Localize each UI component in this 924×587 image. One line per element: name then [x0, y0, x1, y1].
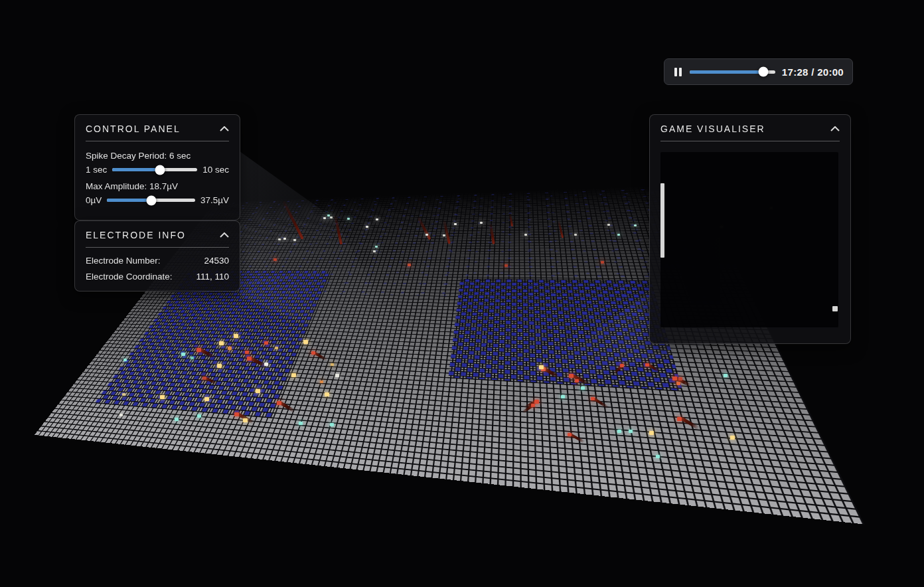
- max-amplitude-thumb[interactable]: [146, 195, 156, 205]
- divider: [660, 141, 840, 141]
- electrode-coordinate-value: 111, 110: [196, 272, 229, 282]
- chevron-up-icon[interactable]: [830, 126, 840, 131]
- pause-icon: [679, 68, 682, 76]
- stage: 17:28 / 20:00 CONTROL PANEL Spike Decay …: [0, 0, 924, 587]
- playback-progress-track[interactable]: [690, 70, 775, 74]
- spike-decay-slider[interactable]: [112, 168, 197, 171]
- chevron-up-icon[interactable]: [220, 126, 229, 131]
- electrode-info-title: ELECTRODE INFO: [86, 230, 186, 240]
- spike-decay-max-label: 10 sec: [202, 165, 229, 175]
- electrode-coordinate-row: Electrode Coordinate: 111, 110: [86, 272, 229, 282]
- spike-decay-min-label: 1 sec: [86, 165, 107, 175]
- playback-progress-fill: [690, 70, 763, 74]
- electrode-number-label: Electrode Number:: [86, 256, 161, 266]
- playback-progress-thumb[interactable]: [758, 67, 768, 77]
- pong-game-area: [660, 152, 838, 327]
- max-amplitude-slider-row: 0µV 37.5µV: [86, 195, 229, 205]
- max-amplitude-fill: [107, 199, 151, 202]
- spike-decay-slider-row: 1 sec 10 sec: [86, 165, 229, 175]
- amplitude-max-label: 37.5µV: [200, 195, 229, 205]
- pong-ball: [832, 306, 838, 311]
- game-visualiser-title: GAME VISUALISER: [660, 124, 765, 134]
- control-panel: CONTROL PANEL Spike Decay Period: 6 sec …: [74, 114, 240, 220]
- pause-icon: [674, 68, 677, 76]
- max-amplitude-label: Max Amplitude: 18.7µV: [86, 181, 229, 191]
- electrode-info-panel: ELECTRODE INFO Electrode Number: 24530 E…: [74, 220, 240, 292]
- pause-button[interactable]: [673, 66, 683, 78]
- game-visualiser-panel: GAME VISUALISER: [649, 114, 851, 344]
- amplitude-min-label: 0µV: [86, 195, 102, 205]
- control-panel-title: CONTROL PANEL: [86, 124, 181, 134]
- electrode-number-value: 24530: [204, 256, 229, 266]
- max-amplitude-slider[interactable]: [107, 199, 195, 202]
- control-panel-header[interactable]: CONTROL PANEL: [75, 115, 240, 141]
- pong-paddle: [660, 183, 664, 258]
- playback-time-label: 17:28 / 20:00: [782, 66, 844, 78]
- playback-bar: 17:28 / 20:00: [664, 58, 853, 85]
- game-visualiser-header[interactable]: GAME VISUALISER: [650, 115, 850, 141]
- spike-decay-thumb[interactable]: [155, 165, 165, 175]
- electrode-coordinate-label: Electrode Coordinate:: [86, 272, 173, 282]
- electrode-info-header[interactable]: ELECTRODE INFO: [75, 221, 240, 247]
- chevron-up-icon[interactable]: [220, 232, 229, 238]
- electrode-number-row: Electrode Number: 24530: [86, 256, 229, 266]
- spike-decay-label: Spike Decay Period: 6 sec: [86, 151, 229, 161]
- spike-decay-fill: [112, 168, 160, 171]
